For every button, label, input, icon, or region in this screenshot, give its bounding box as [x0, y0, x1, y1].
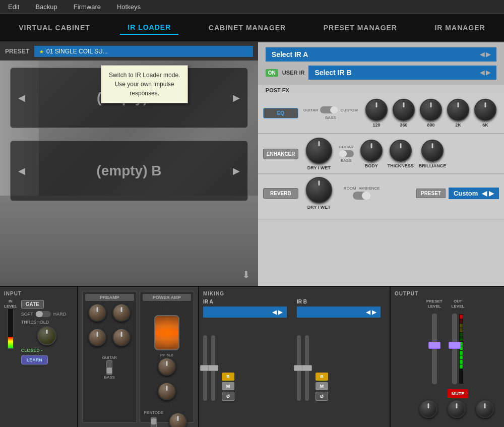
- preamp-title: PREAMP: [85, 294, 134, 301]
- enhancer-dry-wet-knob[interactable]: [306, 138, 332, 164]
- ir-b-label: Select IR B: [314, 69, 351, 77]
- miking-slots: IR A ◀ ▶ B M Ø: [203, 299, 386, 401]
- mic-a-fader2[interactable]: [211, 335, 215, 401]
- reverb-dry-wet-group: DRY I WET: [306, 177, 332, 210]
- guitar-bass-switch: GUITAR BASS: [102, 355, 117, 380]
- eq-6k-knob[interactable]: [474, 99, 496, 121]
- depth-knob[interactable]: [169, 412, 187, 428]
- contour-knob[interactable]: [158, 382, 176, 400]
- mic-a-title: IR A: [203, 299, 287, 304]
- learn-button[interactable]: LEARN: [21, 355, 48, 364]
- preamp-mid-knobs: MID BASS: [85, 328, 134, 353]
- in-level-label: INLEVEL: [4, 299, 17, 309]
- out-level-fader[interactable]: [452, 314, 457, 384]
- ir-b-prev[interactable]: ◀: [16, 163, 28, 179]
- eq-120-knob[interactable]: [365, 99, 388, 121]
- mic-b-m-button[interactable]: M: [316, 382, 328, 390]
- preset-level-area: PRESETLEVEL: [426, 299, 443, 387]
- output-controls: PRESETLEVEL OUTLEVEL: [395, 299, 500, 398]
- enhancer-body-knob[interactable]: [360, 140, 383, 162]
- nav-virtual-cabinet[interactable]: VIRTUAL CABINET: [11, 21, 98, 34]
- enhancer-button[interactable]: ENHANCER: [263, 149, 298, 159]
- eq-knob-2k: 2K: [447, 99, 469, 128]
- mic-b-fader-area: B M Ø: [297, 320, 381, 401]
- eq-360-knob[interactable]: [393, 99, 415, 121]
- enhancer-brilliance-label: BRILLIANCE: [419, 163, 447, 168]
- guitar-bass-toggle[interactable]: [106, 360, 112, 375]
- post-fx-label: POST FX: [258, 85, 504, 93]
- enhancer-body-label: BODY: [365, 163, 378, 168]
- miking-title: MIKING: [203, 291, 386, 296]
- mic-b-phase-button[interactable]: Ø: [316, 392, 328, 401]
- reverb-size-label: SIZE: [423, 419, 433, 424]
- gain-knob[interactable]: [88, 303, 106, 322]
- enhancer-thickness-knob[interactable]: [390, 140, 412, 162]
- eq-800-knob[interactable]: [420, 99, 442, 121]
- ir-a-next[interactable]: ▶: [230, 90, 242, 106]
- menu-backup[interactable]: Backup: [32, 2, 60, 12]
- reverb-button[interactable]: REVERB: [263, 188, 298, 199]
- reverb-color-label: COLOR: [477, 419, 493, 424]
- input-section: INPUT INLEVEL GATE SOFT HARD THRES: [0, 287, 78, 427]
- gate-button[interactable]: GATE: [21, 300, 44, 309]
- reverb-color-knob[interactable]: [476, 400, 494, 418]
- reverb-custom-select[interactable]: Custom ◀ ▶: [449, 188, 499, 199]
- threshold-knob[interactable]: [37, 326, 56, 345]
- mic-a-fader[interactable]: [203, 335, 207, 401]
- mic-b-fader[interactable]: [297, 335, 301, 401]
- reverb-size-knob[interactable]: [419, 400, 437, 418]
- mic-a-phase-button[interactable]: Ø: [222, 392, 234, 401]
- preset-level-fader[interactable]: [432, 314, 437, 384]
- reverb-room-ambience-toggle[interactable]: [353, 192, 371, 200]
- preset-value[interactable]: ★ 01 SINGLE COIL SU...: [34, 46, 253, 57]
- reverb-color-group: COLOR: [476, 400, 494, 424]
- eq-toggle[interactable]: [320, 106, 338, 113]
- ir-a-select[interactable]: Select IR A ◀ ▶: [266, 47, 496, 62]
- eq-800-label: 800: [427, 123, 434, 128]
- mic-a-m-button[interactable]: M: [222, 382, 234, 390]
- ir-b-next[interactable]: ▶: [230, 163, 242, 179]
- pentode-label: PENTODE: [144, 410, 163, 415]
- treble-knob[interactable]: [112, 303, 131, 322]
- nav-preset-manager[interactable]: PRESET MANAGER: [316, 21, 405, 34]
- eq-2k-label: 2K: [455, 123, 461, 128]
- bass-knob[interactable]: [112, 328, 131, 346]
- enhancer-guitar-bass-toggle[interactable]: [339, 150, 354, 157]
- ir-a-prev[interactable]: ◀: [16, 90, 28, 106]
- reverb-echo-knob[interactable]: [448, 400, 466, 418]
- mic-a-select[interactable]: ◀ ▶: [203, 307, 287, 318]
- enhancer-brilliance-knob[interactable]: [421, 140, 444, 162]
- reverb-preset-btn[interactable]: PRESET: [416, 189, 446, 198]
- mic-a-b-button[interactable]: B: [222, 373, 234, 381]
- on-badge[interactable]: ON: [266, 69, 278, 77]
- reverb-dry-wet-knob[interactable]: [306, 177, 332, 203]
- ir-b-select[interactable]: Select IR B ◀ ▶: [308, 66, 496, 80]
- nav-ir-loader[interactable]: IR LOADER: [120, 21, 178, 35]
- reverb-room-label: ROOM: [344, 186, 356, 191]
- soft-hard-toggle[interactable]: [36, 311, 51, 317]
- pentode-triode-toggle[interactable]: [151, 417, 157, 427]
- tube-label-top: TUBE: [161, 307, 173, 312]
- menu-edit[interactable]: Edit: [5, 2, 22, 12]
- ir-slot-b[interactable]: ◀ (empty) B ▶: [10, 141, 248, 201]
- guitar-switch-label: GUITAR: [102, 355, 117, 360]
- nav-ir-manager[interactable]: IR MANAGER: [427, 21, 492, 34]
- eq-button[interactable]: EQ: [263, 108, 298, 118]
- menu-hotkeys[interactable]: Hotkeys: [114, 2, 144, 12]
- eq-6k-label: 6K: [482, 123, 488, 128]
- eq-guitar-label: GUITAR: [303, 108, 319, 112]
- tube-visual: [154, 315, 179, 350]
- mid-label: MID: [93, 348, 102, 353]
- eq-2k-knob[interactable]: [447, 99, 469, 121]
- mic-b-fader2[interactable]: [305, 335, 309, 401]
- mute-button[interactable]: MUTE: [448, 389, 469, 398]
- download-icon[interactable]: ⬇: [242, 269, 250, 281]
- mic-b-select[interactable]: ◀ ▶: [297, 307, 381, 318]
- bass-group: BASS: [112, 328, 131, 353]
- mic-b-b-button[interactable]: B: [316, 373, 328, 381]
- nav-cabinet-manager[interactable]: CABINET MANAGER: [201, 21, 293, 34]
- menu-firmware[interactable]: Firmware: [71, 2, 104, 12]
- left-panel: PRESET ★ 01 SINGLE COIL SU... Switch to …: [0, 42, 258, 286]
- volume-knob[interactable]: [158, 357, 176, 376]
- mid-knob[interactable]: [88, 328, 106, 346]
